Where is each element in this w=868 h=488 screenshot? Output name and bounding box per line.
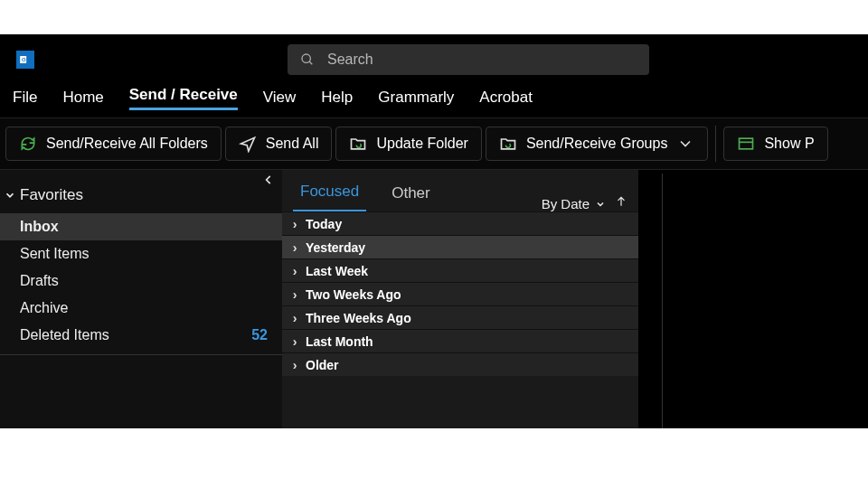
group-label: Three Weeks Ago: [306, 311, 411, 325]
svg-rect-4: [740, 138, 753, 149]
group-label: Yesterday: [306, 240, 365, 255]
sidebar-item-count: 52: [251, 327, 268, 343]
group-older[interactable]: ›Older: [282, 352, 638, 376]
tab-other[interactable]: Other: [384, 175, 438, 211]
search-placeholder: Search: [327, 52, 373, 68]
menubar: File Home Send / Receive View Help Gramm…: [0, 85, 868, 117]
menu-send-receive[interactable]: Send / Receive: [129, 86, 238, 110]
group-yesterday[interactable]: ›Yesterday: [282, 235, 638, 258]
sort-label: By Date: [542, 196, 590, 211]
sidebar: Favorites Inbox Sent Items Drafts Archiv…: [0, 170, 282, 428]
collapse-sidebar-button[interactable]: [262, 174, 275, 190]
group-label: Last Week: [306, 264, 368, 278]
chevron-right-icon: ›: [288, 287, 302, 302]
send-all-button[interactable]: Send All: [225, 127, 333, 161]
group-last-month[interactable]: ›Last Month: [282, 329, 638, 352]
sidebar-item-deleted[interactable]: Deleted Items 52: [0, 322, 282, 349]
favorites-header[interactable]: Favorites: [0, 170, 282, 213]
chevron-right-icon: ›: [288, 311, 302, 325]
chevron-left-icon: [262, 174, 275, 186]
sort-direction-button[interactable]: [615, 195, 627, 211]
svg-text:O: O: [22, 57, 26, 62]
chevron-down-icon: [4, 189, 16, 202]
ribbon: Send/Receive All Folders Send All Update…: [0, 117, 868, 170]
group-label: Today: [306, 217, 342, 231]
sidebar-item-label: Inbox: [20, 219, 59, 235]
window-bottom-margin: [0, 428, 868, 488]
sidebar-item-sent[interactable]: Sent Items: [0, 240, 282, 267]
folder-refresh-icon: [349, 135, 367, 153]
sidebar-item-inbox[interactable]: Inbox: [0, 213, 282, 240]
sidebar-item-label: Archive: [20, 300, 68, 316]
ribbon-separator: [715, 126, 716, 162]
arrow-up-icon: [615, 195, 627, 208]
tab-focused[interactable]: Focused: [293, 174, 366, 211]
sidebar-item-label: Sent Items: [20, 246, 89, 262]
chevron-right-icon: ›: [288, 217, 302, 231]
sidebar-item-label: Deleted Items: [20, 327, 109, 343]
group-label: Older: [306, 358, 339, 372]
show-progress-button[interactable]: Show P: [723, 127, 827, 161]
send-icon: [239, 135, 257, 153]
chevron-down-icon: [595, 199, 606, 210]
window-top-margin: [0, 0, 868, 34]
favorites-label: Favorites: [20, 186, 83, 204]
mail-list: Focused Other By Date ›Today ›Yesterday …: [282, 170, 638, 428]
sidebar-item-drafts[interactable]: Drafts: [0, 267, 282, 295]
mail-list-header: Focused Other By Date: [282, 170, 638, 211]
search-icon: [300, 52, 315, 67]
chevron-down-icon: [676, 135, 694, 153]
chevron-right-icon: ›: [288, 264, 302, 278]
chevron-right-icon: ›: [288, 358, 302, 372]
body: Favorites Inbox Sent Items Drafts Archiv…: [0, 170, 868, 428]
outlook-app: O Search File Home Send / Receive View H…: [0, 34, 868, 428]
send-all-label: Send All: [266, 136, 319, 152]
menu-view[interactable]: View: [263, 89, 297, 110]
sidebar-divider: [0, 354, 282, 355]
svg-line-3: [309, 61, 312, 64]
group-today[interactable]: ›Today: [282, 211, 638, 235]
group-label: Two Weeks Ago: [306, 287, 401, 302]
send-receive-groups-label: Send/Receive Groups: [526, 136, 668, 152]
group-three-weeks[interactable]: ›Three Weeks Ago: [282, 305, 638, 329]
group-two-weeks[interactable]: ›Two Weeks Ago: [282, 282, 638, 305]
reading-pane: [662, 174, 868, 428]
send-receive-all-button[interactable]: Send/Receive All Folders: [5, 127, 222, 161]
send-receive-groups-button[interactable]: Send/Receive Groups: [486, 127, 709, 161]
chevron-right-icon: ›: [288, 334, 302, 349]
progress-icon: [737, 135, 755, 153]
update-folder-button[interactable]: Update Folder: [335, 127, 481, 161]
show-progress-label: Show P: [764, 136, 814, 152]
sidebar-item-archive[interactable]: Archive: [0, 295, 282, 322]
send-receive-all-label: Send/Receive All Folders: [46, 136, 208, 152]
update-folder-label: Update Folder: [376, 136, 467, 152]
group-last-week[interactable]: ›Last Week: [282, 258, 638, 282]
sidebar-item-label: Drafts: [20, 273, 59, 289]
menu-file[interactable]: File: [13, 89, 37, 110]
titlebar: O Search: [0, 34, 868, 85]
chevron-right-icon: ›: [288, 240, 302, 255]
search-input[interactable]: Search: [288, 44, 649, 75]
folder-groups-icon: [499, 135, 517, 153]
group-label: Last Month: [306, 334, 373, 349]
menu-acrobat[interactable]: Acrobat: [479, 89, 533, 110]
menu-home[interactable]: Home: [62, 89, 103, 110]
refresh-icon: [19, 135, 37, 153]
sort-by-date[interactable]: By Date: [542, 196, 606, 211]
menu-help[interactable]: Help: [321, 89, 353, 110]
svg-point-2: [302, 54, 310, 62]
outlook-icon: O: [16, 51, 34, 69]
menu-grammarly[interactable]: Grammarly: [378, 89, 454, 110]
